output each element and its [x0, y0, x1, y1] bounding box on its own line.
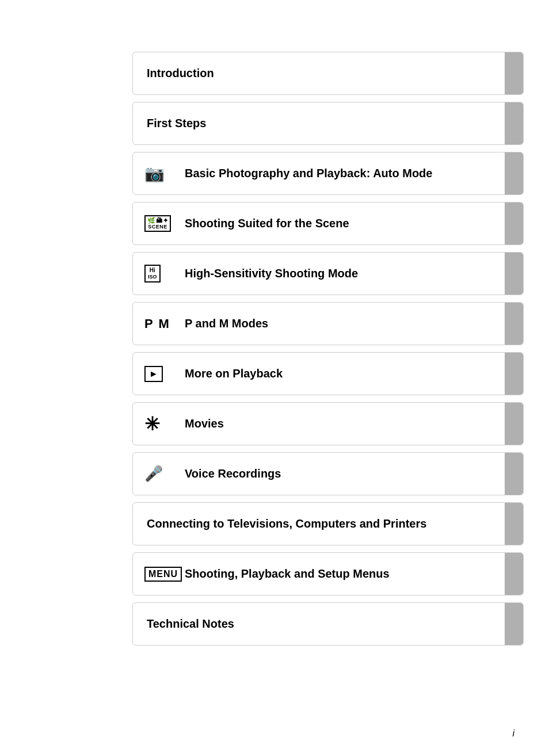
- toc-tab-introduction: [505, 52, 523, 94]
- toc-row-first-steps[interactable]: First Steps: [132, 102, 524, 145]
- toc-label-p-and-m: P and M Modes: [185, 317, 493, 330]
- menu-icon: MENU: [144, 567, 185, 582]
- toc-tab-shooting-scene: [505, 203, 523, 245]
- page-container: Introduction First Steps 📷 Basic Photogr…: [0, 0, 549, 756]
- toc-tab-first-steps: [505, 102, 523, 144]
- movies-icon: ✳: [144, 413, 185, 435]
- toc-tab-menus: [505, 553, 523, 595]
- toc-label-menus: Shooting, Playback and Setup Menus: [185, 567, 493, 581]
- toc-row-p-and-m[interactable]: P M P and M Modes: [132, 302, 524, 345]
- toc-label-first-steps: First Steps: [147, 117, 206, 130]
- voice-icon: 🎤: [144, 465, 185, 483]
- toc-tab-high-sensitivity: [505, 253, 523, 295]
- toc-row-movies[interactable]: ✳ Movies: [132, 402, 524, 445]
- toc-label-introduction: Introduction: [147, 67, 214, 80]
- toc-label-technical-notes: Technical Notes: [147, 617, 234, 631]
- hi-iso-icon: Hi ISO: [144, 265, 185, 282]
- toc-tab-voice-recordings: [505, 453, 523, 495]
- toc-label-more-playback: More on Playback: [185, 367, 493, 380]
- toc-row-voice-recordings[interactable]: 🎤 Voice Recordings: [132, 452, 524, 495]
- toc-label-basic-photography: Basic Photography and Playback: Auto Mod…: [185, 167, 493, 180]
- toc-label-movies: Movies: [185, 417, 493, 430]
- scene-icon: 🌿 🏔 ✦ SCENE: [144, 215, 185, 232]
- toc-row-shooting-scene[interactable]: 🌿 🏔 ✦ SCENE Shooting Suited for the Scen…: [132, 202, 524, 245]
- toc-row-more-playback[interactable]: ► More on Playback: [132, 352, 524, 395]
- toc-tab-connecting: [505, 503, 523, 545]
- toc-row-menus[interactable]: MENU Shooting, Playback and Setup Menus: [132, 552, 524, 595]
- toc-row-technical-notes[interactable]: Technical Notes: [132, 602, 524, 646]
- toc-row-introduction[interactable]: Introduction: [132, 52, 524, 95]
- toc-tab-technical-notes: [505, 603, 523, 645]
- toc-row-connecting[interactable]: Connecting to Televisions, Computers and…: [132, 502, 524, 545]
- toc-row-high-sensitivity[interactable]: Hi ISO High-Sensitivity Shooting Mode: [132, 252, 524, 295]
- toc-tab-p-and-m: [505, 303, 523, 345]
- toc-tab-more-playback: [505, 353, 523, 395]
- page-number: i: [512, 728, 514, 739]
- toc-label-connecting: Connecting to Televisions, Computers and…: [147, 517, 426, 530]
- toc-row-basic-photography[interactable]: 📷 Basic Photography and Playback: Auto M…: [132, 152, 524, 195]
- toc-label-voice-recordings: Voice Recordings: [185, 467, 493, 480]
- pm-icon: P M: [144, 316, 185, 331]
- playback-icon: ►: [144, 366, 185, 382]
- toc-container: Introduction First Steps 📷 Basic Photogr…: [132, 52, 524, 646]
- toc-tab-movies: [505, 403, 523, 445]
- toc-label-high-sensitivity: High-Sensitivity Shooting Mode: [185, 267, 493, 280]
- toc-label-shooting-scene: Shooting Suited for the Scene: [185, 217, 493, 230]
- toc-tab-basic-photography: [505, 152, 523, 194]
- camera-icon: 📷: [144, 164, 185, 183]
